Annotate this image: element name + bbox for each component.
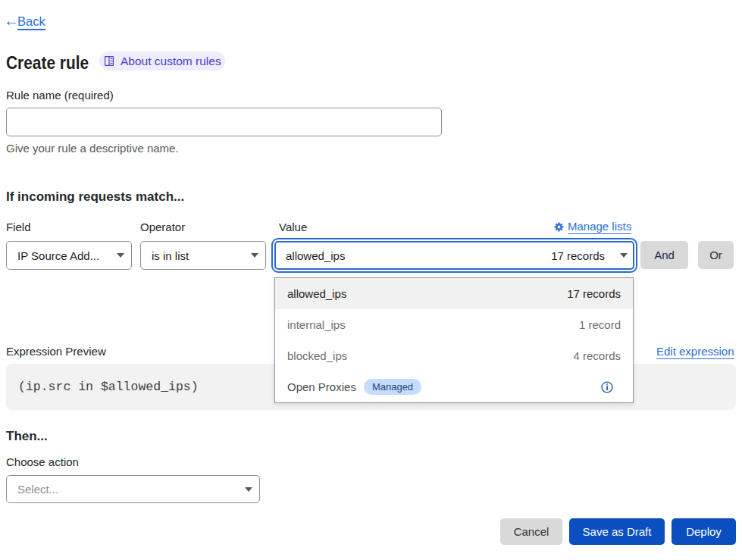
svg-text:i: i bbox=[606, 382, 609, 393]
